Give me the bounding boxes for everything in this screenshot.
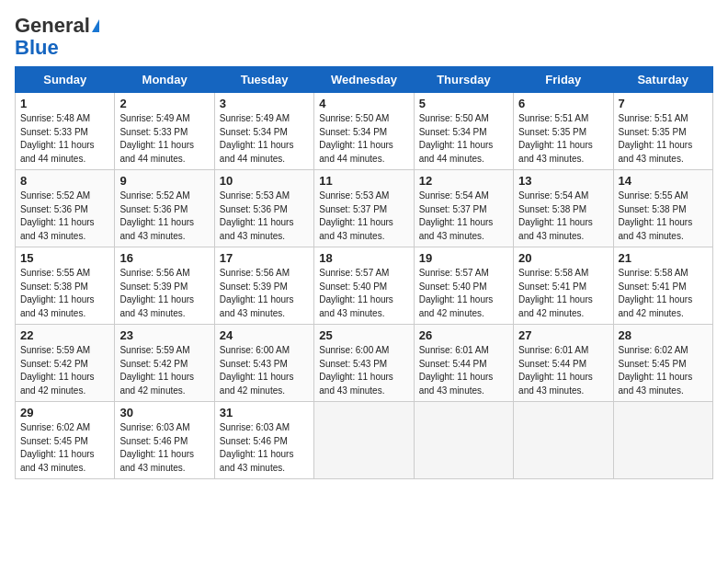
calendar-cell: 10 Sunrise: 5:53 AMSunset: 5:36 PMDaylig… bbox=[214, 170, 313, 247]
col-header-wednesday: Wednesday bbox=[314, 67, 414, 93]
day-info: Sunrise: 5:57 AMSunset: 5:40 PMDaylight:… bbox=[419, 267, 508, 320]
calendar-cell: 13 Sunrise: 5:54 AMSunset: 5:38 PMDaylig… bbox=[514, 170, 613, 247]
day-info: Sunrise: 5:57 AMSunset: 5:40 PMDaylight:… bbox=[319, 267, 408, 320]
calendar-cell: 4 Sunrise: 5:50 AMSunset: 5:34 PMDayligh… bbox=[314, 93, 414, 170]
day-info: Sunrise: 6:00 AMSunset: 5:43 PMDaylight:… bbox=[220, 344, 309, 397]
calendar-cell: 9 Sunrise: 5:52 AMSunset: 5:36 PMDayligh… bbox=[115, 170, 214, 247]
calendar-cell bbox=[514, 402, 613, 479]
day-number: 24 bbox=[220, 328, 309, 342]
calendar-cell: 17 Sunrise: 5:56 AMSunset: 5:39 PMDaylig… bbox=[214, 247, 313, 325]
day-info: Sunrise: 5:56 AMSunset: 5:39 PMDaylight:… bbox=[220, 267, 309, 320]
logo-blue: Blue bbox=[15, 37, 59, 59]
calendar-week-row: 8 Sunrise: 5:52 AMSunset: 5:36 PMDayligh… bbox=[16, 170, 713, 247]
calendar-cell: 30 Sunrise: 6:03 AMSunset: 5:46 PMDaylig… bbox=[115, 402, 214, 479]
day-number: 29 bbox=[20, 406, 109, 419]
day-info: Sunrise: 6:01 AMSunset: 5:44 PMDaylight:… bbox=[518, 344, 608, 397]
calendar-cell: 31 Sunrise: 6:03 AMSunset: 5:46 PMDaylig… bbox=[214, 402, 313, 479]
day-number: 7 bbox=[619, 97, 708, 110]
day-info: Sunrise: 6:02 AMSunset: 5:45 PMDaylight:… bbox=[619, 344, 708, 397]
calendar-cell: 12 Sunrise: 5:54 AMSunset: 5:37 PMDaylig… bbox=[414, 170, 513, 247]
calendar-cell: 1 Sunrise: 5:48 AMSunset: 5:33 PMDayligh… bbox=[16, 93, 115, 170]
col-header-saturday: Saturday bbox=[613, 67, 712, 93]
day-number: 6 bbox=[518, 97, 608, 110]
calendar-week-row: 22 Sunrise: 5:59 AMSunset: 5:42 PMDaylig… bbox=[16, 325, 713, 402]
day-info: Sunrise: 5:49 AMSunset: 5:33 PMDaylight:… bbox=[119, 112, 209, 166]
day-info: Sunrise: 5:49 AMSunset: 5:34 PMDaylight:… bbox=[220, 112, 309, 166]
calendar-cell: 8 Sunrise: 5:52 AMSunset: 5:36 PMDayligh… bbox=[16, 170, 115, 247]
day-number: 25 bbox=[319, 328, 408, 342]
calendar-cell bbox=[613, 402, 712, 479]
day-number: 23 bbox=[119, 328, 209, 342]
day-info: Sunrise: 5:50 AMSunset: 5:34 PMDaylight:… bbox=[419, 112, 508, 166]
calendar-cell: 25 Sunrise: 6:00 AMSunset: 5:43 PMDaylig… bbox=[314, 325, 414, 402]
calendar-cell: 18 Sunrise: 5:57 AMSunset: 5:40 PMDaylig… bbox=[314, 247, 414, 325]
day-number: 16 bbox=[119, 251, 209, 265]
calendar-cell: 26 Sunrise: 6:01 AMSunset: 5:44 PMDaylig… bbox=[414, 325, 513, 402]
calendar-cell: 2 Sunrise: 5:49 AMSunset: 5:33 PMDayligh… bbox=[115, 93, 214, 170]
calendar-week-row: 1 Sunrise: 5:48 AMSunset: 5:33 PMDayligh… bbox=[16, 93, 713, 170]
day-info: Sunrise: 5:54 AMSunset: 5:38 PMDaylight:… bbox=[518, 190, 608, 243]
logo-triangle-icon bbox=[92, 19, 99, 32]
day-info: Sunrise: 5:55 AMSunset: 5:38 PMDaylight:… bbox=[20, 267, 109, 320]
col-header-tuesday: Tuesday bbox=[214, 67, 313, 93]
day-info: Sunrise: 6:03 AMSunset: 5:46 PMDaylight:… bbox=[119, 421, 209, 475]
day-info: Sunrise: 5:58 AMSunset: 5:41 PMDaylight:… bbox=[518, 267, 608, 320]
day-info: Sunrise: 5:58 AMSunset: 5:41 PMDaylight:… bbox=[619, 267, 708, 320]
calendar-cell: 28 Sunrise: 6:02 AMSunset: 5:45 PMDaylig… bbox=[613, 325, 712, 402]
calendar-cell: 3 Sunrise: 5:49 AMSunset: 5:34 PMDayligh… bbox=[214, 93, 313, 170]
calendar-cell: 27 Sunrise: 6:01 AMSunset: 5:44 PMDaylig… bbox=[514, 325, 613, 402]
day-number: 22 bbox=[20, 328, 109, 342]
day-info: Sunrise: 6:01 AMSunset: 5:44 PMDaylight:… bbox=[419, 344, 508, 397]
day-number: 31 bbox=[220, 406, 309, 419]
calendar-cell: 11 Sunrise: 5:53 AMSunset: 5:37 PMDaylig… bbox=[314, 170, 414, 247]
day-number: 12 bbox=[419, 174, 508, 188]
day-number: 30 bbox=[119, 406, 209, 419]
day-info: Sunrise: 5:48 AMSunset: 5:33 PMDaylight:… bbox=[20, 112, 109, 166]
day-number: 21 bbox=[619, 251, 708, 265]
day-number: 20 bbox=[518, 251, 608, 265]
calendar-cell bbox=[414, 402, 513, 479]
calendar-cell: 15 Sunrise: 5:55 AMSunset: 5:38 PMDaylig… bbox=[16, 247, 115, 325]
calendar-cell: 7 Sunrise: 5:51 AMSunset: 5:35 PMDayligh… bbox=[613, 93, 712, 170]
day-info: Sunrise: 5:59 AMSunset: 5:42 PMDaylight:… bbox=[119, 344, 209, 397]
calendar-header-row: SundayMondayTuesdayWednesdayThursdayFrid… bbox=[16, 67, 713, 93]
calendar-cell: 14 Sunrise: 5:55 AMSunset: 5:38 PMDaylig… bbox=[613, 170, 712, 247]
day-info: Sunrise: 5:54 AMSunset: 5:37 PMDaylight:… bbox=[419, 190, 508, 243]
calendar-cell bbox=[314, 402, 414, 479]
col-header-monday: Monday bbox=[115, 67, 214, 93]
col-header-thursday: Thursday bbox=[414, 67, 513, 93]
day-info: Sunrise: 5:52 AMSunset: 5:36 PMDaylight:… bbox=[20, 190, 109, 243]
calendar-cell: 20 Sunrise: 5:58 AMSunset: 5:41 PMDaylig… bbox=[514, 247, 613, 325]
day-number: 11 bbox=[319, 174, 408, 188]
calendar-cell: 19 Sunrise: 5:57 AMSunset: 5:40 PMDaylig… bbox=[414, 247, 513, 325]
col-header-sunday: Sunday bbox=[16, 67, 115, 93]
calendar-table: SundayMondayTuesdayWednesdayThursdayFrid… bbox=[15, 66, 713, 479]
day-number: 5 bbox=[419, 97, 508, 110]
calendar-cell: 23 Sunrise: 5:59 AMSunset: 5:42 PMDaylig… bbox=[115, 325, 214, 402]
calendar-cell: 24 Sunrise: 6:00 AMSunset: 5:43 PMDaylig… bbox=[214, 325, 313, 402]
day-info: Sunrise: 5:56 AMSunset: 5:39 PMDaylight:… bbox=[119, 267, 209, 320]
day-number: 2 bbox=[119, 97, 209, 110]
day-number: 19 bbox=[419, 251, 508, 265]
calendar-cell: 16 Sunrise: 5:56 AMSunset: 5:39 PMDaylig… bbox=[115, 247, 214, 325]
day-number: 15 bbox=[20, 251, 109, 265]
day-info: Sunrise: 5:53 AMSunset: 5:36 PMDaylight:… bbox=[220, 190, 309, 243]
calendar-cell: 5 Sunrise: 5:50 AMSunset: 5:34 PMDayligh… bbox=[414, 93, 513, 170]
col-header-friday: Friday bbox=[514, 67, 613, 93]
day-info: Sunrise: 5:52 AMSunset: 5:36 PMDaylight:… bbox=[119, 190, 209, 243]
day-number: 9 bbox=[119, 174, 209, 188]
day-info: Sunrise: 5:51 AMSunset: 5:35 PMDaylight:… bbox=[619, 112, 708, 166]
day-number: 14 bbox=[619, 174, 708, 188]
calendar-cell: 29 Sunrise: 6:02 AMSunset: 5:45 PMDaylig… bbox=[16, 402, 115, 479]
calendar-cell: 21 Sunrise: 5:58 AMSunset: 5:41 PMDaylig… bbox=[613, 247, 712, 325]
day-number: 4 bbox=[319, 97, 408, 110]
calendar-cell: 6 Sunrise: 5:51 AMSunset: 5:35 PMDayligh… bbox=[514, 93, 613, 170]
logo: General Blue bbox=[15, 15, 99, 59]
day-info: Sunrise: 5:50 AMSunset: 5:34 PMDaylight:… bbox=[319, 112, 408, 166]
day-info: Sunrise: 6:00 AMSunset: 5:43 PMDaylight:… bbox=[319, 344, 408, 397]
day-number: 26 bbox=[419, 328, 508, 342]
day-number: 1 bbox=[20, 97, 109, 110]
calendar-cell: 22 Sunrise: 5:59 AMSunset: 5:42 PMDaylig… bbox=[16, 325, 115, 402]
day-info: Sunrise: 5:55 AMSunset: 5:38 PMDaylight:… bbox=[619, 190, 708, 243]
logo-general: General bbox=[15, 15, 90, 37]
